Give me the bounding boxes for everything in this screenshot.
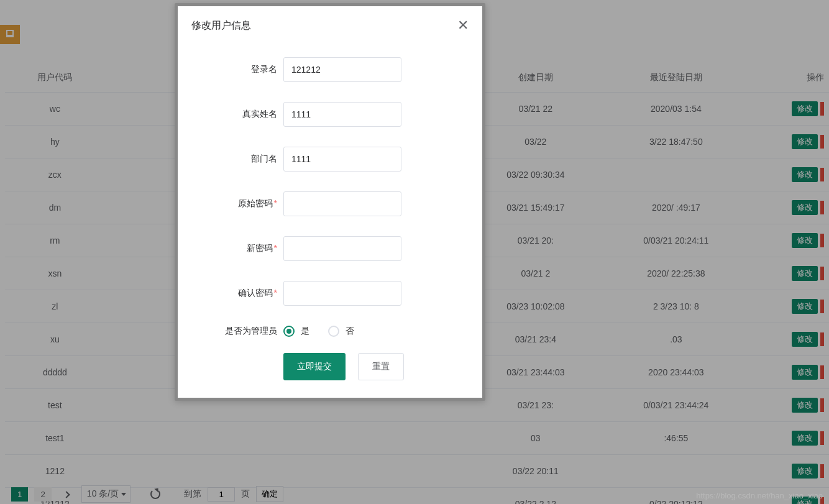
confirmpw-input[interactable] xyxy=(283,281,401,306)
submit-button[interactable]: 立即提交 xyxy=(283,353,346,380)
radio-no-label: 否 xyxy=(346,326,354,337)
dept-input[interactable] xyxy=(283,147,401,172)
realname-input[interactable] xyxy=(283,102,401,127)
label-dept: 部门名 xyxy=(203,153,283,165)
radio-no-circle xyxy=(328,326,339,337)
radio-no[interactable]: 否 xyxy=(328,326,354,337)
radio-yes-circle xyxy=(283,326,295,337)
watermark: https://blog.csdn.net/han_xiao_xiao xyxy=(696,491,823,500)
label-realname: 真实姓名 xyxy=(203,109,283,120)
radio-yes-label: 是 xyxy=(301,326,309,337)
label-confirmpw: 确认密码 xyxy=(203,288,283,299)
modal-title: 修改用户信息 xyxy=(191,19,251,32)
radio-yes[interactable]: 是 xyxy=(283,326,309,337)
origpw-input[interactable] xyxy=(283,191,401,216)
edit-user-modal: 修改用户信息 ✕ 登录名 真实姓名 部门名 原始密码 新密码 xyxy=(175,3,485,401)
label-newpw: 新密码 xyxy=(203,243,283,254)
reset-button[interactable]: 重置 xyxy=(358,353,404,380)
page: 用户代码 创建日期 最近登陆日期 操作 wc03/21 222020/03 1:… xyxy=(0,0,829,504)
label-isadmin: 是否为管理员 xyxy=(203,326,283,337)
close-icon[interactable]: ✕ xyxy=(457,17,469,34)
label-origpw: 原始密码 xyxy=(203,198,283,209)
newpw-input[interactable] xyxy=(283,236,401,261)
login-input[interactable] xyxy=(283,57,401,82)
label-login: 登录名 xyxy=(203,64,283,75)
